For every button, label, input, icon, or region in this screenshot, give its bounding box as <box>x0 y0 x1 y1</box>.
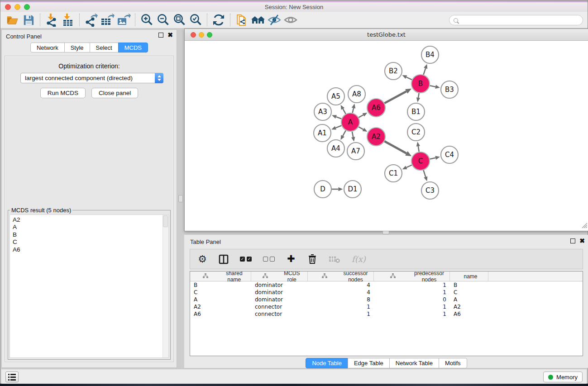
graph-edge-C-C1[interactable] <box>406 165 412 167</box>
import-network-icon[interactable] <box>43 13 60 27</box>
table-cell[interactable]: C <box>450 289 488 295</box>
float-panel-icon[interactable] <box>158 33 163 38</box>
graph-edge-A-A6[interactable] <box>359 115 363 118</box>
table-cell[interactable]: 1 <box>374 304 450 310</box>
tab-network[interactable]: Network <box>30 43 65 52</box>
result-list-item[interactable]: A6 <box>10 246 168 253</box>
graph-edge-A-A4[interactable] <box>343 130 346 136</box>
gear-icon[interactable]: ⚙ <box>197 254 207 264</box>
graph-edge-B-B1[interactable] <box>418 93 419 98</box>
save-icon[interactable] <box>20 13 37 27</box>
table-cell[interactable]: 1 <box>308 304 374 310</box>
search-field[interactable] <box>449 15 583 25</box>
import-table-icon[interactable] <box>60 13 76 27</box>
table-cell[interactable]: 0 <box>374 296 450 303</box>
table-cell[interactable]: B <box>190 282 251 288</box>
eye-icon[interactable] <box>282 13 299 27</box>
graph-edge-A-A2[interactable] <box>359 127 363 129</box>
column-header-name[interactable]: name <box>450 272 488 281</box>
search-input[interactable] <box>458 16 583 24</box>
table-row[interactable]: A2connector11A2 <box>190 303 583 310</box>
homes-icon[interactable] <box>250 13 266 27</box>
graph-edge-C-C3[interactable] <box>423 170 425 177</box>
vertical-splitter-handle[interactable] <box>178 195 183 202</box>
table-row[interactable]: A6connector11A6 <box>190 310 583 318</box>
memory-button[interactable]: Memory <box>543 372 583 382</box>
table-cell[interactable]: A <box>190 296 251 303</box>
table-cell[interactable]: A2 <box>450 304 488 310</box>
delete-table-icon[interactable] <box>329 255 340 263</box>
run-mcds-button[interactable]: Run MCDS <box>40 88 86 98</box>
table-cell[interactable]: 1 <box>374 282 450 288</box>
table-cell[interactable]: A6 <box>450 311 488 317</box>
graph-edge-B-B3[interactable] <box>430 86 436 87</box>
column-header-predecessor-nodes[interactable]: predecessor nodes <box>374 272 450 281</box>
export-table-icon[interactable] <box>99 13 115 27</box>
deselect-all-icon[interactable] <box>263 257 275 262</box>
result-list-item[interactable]: C <box>10 238 168 246</box>
table-cell[interactable]: dominator <box>251 282 308 288</box>
column-header-mcds-role[interactable]: MCDS role <box>251 272 308 281</box>
table-cell[interactable]: 1 <box>374 311 450 317</box>
close-panel-button[interactable]: Close panel <box>91 88 138 98</box>
table-cell[interactable]: B <box>450 282 488 288</box>
tab-network-table[interactable]: Network Table <box>389 358 439 368</box>
graph-edge-B-B2[interactable] <box>406 77 412 80</box>
export-network-icon[interactable] <box>83 13 99 27</box>
graph-edge-A-A5[interactable] <box>343 109 345 114</box>
network-document-icon[interactable] <box>234 13 250 27</box>
zoom-selected-icon[interactable] <box>187 13 204 27</box>
graph-edge-A-A7[interactable] <box>352 132 353 137</box>
table-cell[interactable]: connector <box>251 304 308 310</box>
function-builder-icon[interactable]: f(x) <box>352 254 366 264</box>
close-panel-icon[interactable]: ✖ <box>167 33 173 38</box>
graph-edge-C-C4[interactable] <box>430 158 436 159</box>
table-row[interactable]: Adominator80A <box>190 296 583 303</box>
table-row[interactable]: Cdominator41C <box>190 289 583 296</box>
network-window-titlebar[interactable]: testGlobe.txt <box>185 29 588 41</box>
resize-grip-icon[interactable] <box>581 222 588 230</box>
optimization-criterion-dropdown[interactable]: largest connected component (directed) <box>20 73 163 83</box>
graph-edge-A6-B[interactable] <box>384 91 406 103</box>
close-table-panel-icon[interactable]: ✖ <box>579 238 585 243</box>
graph-edge-A-A8[interactable] <box>353 108 354 113</box>
column-header-shared-name[interactable]: shared name <box>190 272 251 281</box>
network-canvas[interactable]: AA6A2BCB4B2B3B1A5A8A3A1A4A7C2C4C1C3DD1 <box>185 41 588 231</box>
table-cell[interactable]: dominator <box>251 296 308 303</box>
tab-motifs[interactable]: Motifs <box>439 358 467 368</box>
columns-icon[interactable] <box>219 254 229 264</box>
eye-crossed-icon[interactable] <box>266 13 282 27</box>
tab-mcds[interactable]: MCDS <box>118 43 148 52</box>
graph-edge-A-A3[interactable] <box>336 117 341 119</box>
table-cell[interactable]: C <box>190 289 251 295</box>
table-cell[interactable]: dominator <box>251 289 308 295</box>
tab-style[interactable]: Style <box>64 43 90 52</box>
result-scrollbar[interactable] <box>163 215 168 357</box>
graph-edge-C-C2[interactable] <box>418 146 419 152</box>
zoom-in-icon[interactable] <box>139 13 155 27</box>
table-cell[interactable]: connector <box>251 311 308 317</box>
result-scrollbar-thumb[interactable] <box>163 215 168 227</box>
graph-edge-A-A1[interactable] <box>335 126 341 128</box>
table-cell[interactable]: A6 <box>190 311 251 317</box>
table-cell[interactable]: A <box>450 296 488 303</box>
table-cell[interactable]: 4 <box>308 282 374 288</box>
table-cell[interactable]: 4 <box>308 289 374 295</box>
tab-node-table[interactable]: Node Table <box>306 358 348 368</box>
graph-edge-B-B4[interactable] <box>424 68 426 75</box>
task-history-button[interactable] <box>5 372 19 382</box>
horizontal-splitter-handle[interactable] <box>382 231 389 234</box>
column-header-successor-nodes[interactable]: successor nodes <box>308 272 374 281</box>
zoom-fit-icon[interactable] <box>171 13 187 27</box>
result-list-item[interactable]: B <box>10 231 168 238</box>
add-column-icon[interactable]: ✚ <box>286 254 296 264</box>
export-image-icon[interactable] <box>115 13 132 27</box>
trash-icon[interactable] <box>307 254 317 264</box>
open-folder-icon[interactable] <box>4 13 20 27</box>
float-table-panel-icon[interactable] <box>570 238 575 243</box>
zoom-out-icon[interactable] <box>155 13 171 27</box>
tab-select[interactable]: Select <box>90 43 119 52</box>
select-all-icon[interactable]: ✓✓ <box>240 257 252 262</box>
graph-edge-A2-C[interactable] <box>384 141 406 153</box>
result-list-item[interactable]: A <box>10 224 168 231</box>
